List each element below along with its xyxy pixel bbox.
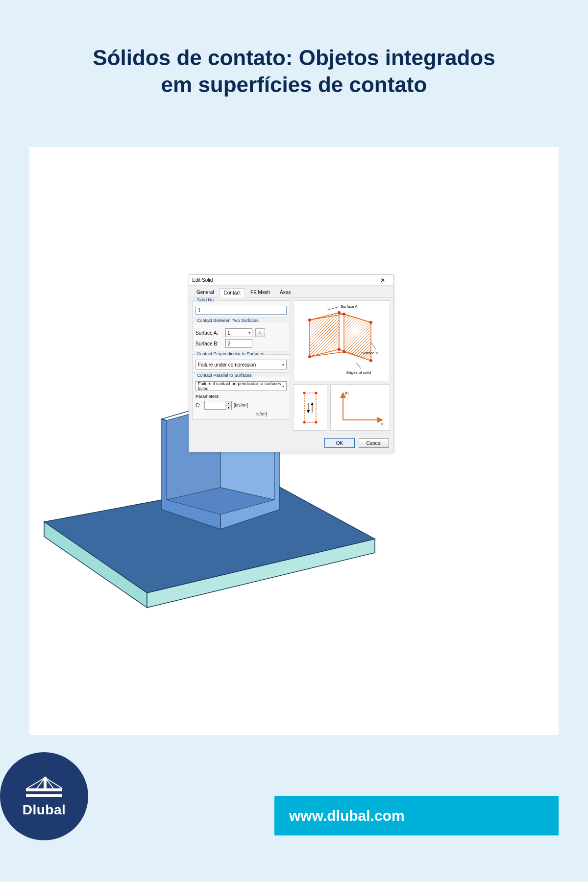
diagram-surface-a-label: Surface A [341,304,358,309]
cancel-button[interactable]: Cancel [359,438,389,448]
shear-diagram-icon [293,384,327,431]
svg-point-29 [303,392,306,394]
svg-point-24 [369,359,372,362]
group-contact-between: Contact Between Two Surfaces Surface A: … [192,321,290,351]
group-label-solid-no: Solid No. [196,297,217,302]
surface-b-input[interactable] [225,339,252,348]
parallel-value: Failure if contact perpendicular to surf… [198,381,282,391]
surface-b-label: Surface B: [196,341,222,346]
svg-point-17 [308,318,311,321]
brand-logo: Dlubal [0,752,88,840]
parallel-select[interactable]: Failure if contact perpendicular to surf… [196,381,287,391]
picker-icon: ↖ [258,330,262,335]
dialog-titlebar[interactable]: Edit Solid ✕ [189,275,393,286]
svg-rect-35 [26,788,62,791]
parameters-label: Parameters: [196,394,287,399]
bridge-icon [22,775,66,799]
svg-line-26 [371,342,376,349]
svg-point-22 [338,348,341,351]
title-line-2: em superfícies de contato [161,73,427,97]
diagram-edges-label: Edges of solid [346,370,371,375]
param-c-label: C: [196,403,202,408]
close-icon: ✕ [380,277,385,284]
diagram-surface-b-label: Surface B [361,351,378,355]
param-c-spinner[interactable]: ▲▼ [204,401,232,410]
spinner-up-icon[interactable]: ▲ [226,401,231,406]
graph-sigma-label: σ [381,421,384,426]
svg-point-18 [338,311,341,314]
perpendicular-value: Failure under compression [198,362,256,368]
group-label-contact-between: Contact Between Two Surfaces [196,318,260,323]
param2-unit: N/m²] [256,412,267,416]
tab-contact[interactable]: Contact [220,288,245,297]
chevron-down-icon: ▾ [248,331,250,335]
surface-a-label: Surface A: [196,330,222,336]
graph-diagram: |τ| σ [330,384,390,431]
tab-general[interactable]: General [192,288,219,297]
tab-bar: General Contact FE Mesh Axes [189,286,393,297]
page-title: Sólidos de contato: Objetos integrados e… [0,44,588,98]
viewport-canvas: Edit Solid ✕ General Contact FE Mesh Axe… [29,147,559,735]
group-label-parallel: Contact Parallel to Surfaces [196,373,253,378]
surface-a-select[interactable]: 1 ▾ [225,328,252,337]
dialog-title: Edit Solid [192,277,213,283]
svg-point-32 [315,421,318,423]
chevron-down-icon: ▾ [282,363,284,367]
group-perpendicular: Contact Perpendicular to Surfaces Failur… [192,354,290,373]
surfaces-diagram: Surface A Surface B Edges of solid [293,300,390,381]
footer-url-band: www.dlubal.com [274,796,559,835]
chevron-down-icon: ▾ [282,384,284,389]
svg-point-30 [315,392,318,394]
brand-name: Dlubal [23,802,66,818]
svg-rect-28 [304,393,316,422]
svg-point-23 [343,350,345,353]
solid-no-input[interactable] [196,306,287,315]
title-line-1: Sólidos de contato: Objetos integrados [93,46,495,70]
svg-point-19 [343,313,345,316]
svg-line-27 [356,363,361,369]
svg-point-31 [303,421,306,423]
footer-url: www.dlubal.com [289,808,405,824]
group-label-perpendicular: Contact Perpendicular to Surfaces [196,351,266,356]
ok-button[interactable]: OK [324,438,355,448]
svg-line-41 [45,778,62,788]
edit-solid-dialog: Edit Solid ✕ General Contact FE Mesh Axe… [189,274,393,452]
svg-line-25 [327,307,339,310]
svg-line-38 [27,778,45,788]
close-button[interactable]: ✕ [375,275,390,285]
surface-a-value: 1 [227,330,230,336]
svg-point-20 [369,321,372,324]
tab-fe-mesh[interactable]: FE Mesh [246,288,274,297]
group-parallel: Contact Parallel to Surfaces Failure if … [192,376,290,420]
pick-surface-button[interactable]: ↖ [255,328,265,337]
group-solid-no: Solid No. [192,300,290,318]
svg-point-21 [308,355,311,358]
param-c-unit: [kN/m³] [234,403,248,408]
graph-tau-label: |τ| [345,391,348,395]
spinner-down-icon[interactable]: ▼ [226,406,231,410]
tab-axes[interactable]: Axes [275,288,295,297]
perpendicular-select[interactable]: Failure under compression ▾ [196,360,287,369]
svg-rect-36 [26,794,62,797]
